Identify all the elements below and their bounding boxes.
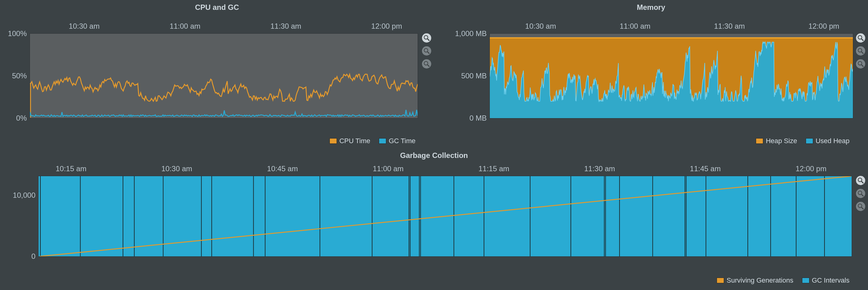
gc-legend-label-0: Surviving Generations — [726, 277, 793, 285]
cpu-chart-panel: CPU and GC — [0, 0, 434, 148]
legend-swatch-cyan — [802, 278, 809, 283]
memory-legend-heap-size: Heap Size — [756, 137, 797, 145]
svg-line-19 — [862, 207, 863, 209]
profiler-dashboard: CPU and GC — [0, 0, 868, 290]
gc-x-tick-7: 12:00 pm — [796, 165, 827, 173]
cpu-zoom-in-button[interactable] — [422, 46, 431, 56]
mem-legend-label-0: Heap Size — [766, 137, 797, 145]
memory-chart-panel: Memory — [434, 0, 868, 148]
gc-chart-title: Garbage Collection — [0, 148, 868, 161]
gc-x-tick-5: 11:30 am — [584, 165, 615, 173]
cpu-legend-label-0: CPU Time — [339, 137, 370, 145]
gc-zoom-fit-button[interactable] — [856, 176, 865, 185]
magnifier-minus-icon — [423, 60, 430, 67]
mem-x-tick-2: 11:30 am — [714, 22, 745, 31]
memory-legend: Heap Size Used Heap — [756, 137, 849, 145]
cpu-x-tick-1: 11:00 am — [169, 22, 200, 31]
mem-y-tick-1000: 1,000 MB — [455, 29, 487, 38]
svg-point-6 — [858, 35, 862, 39]
cpu-y-tick-50: 50% — [12, 71, 27, 80]
gc-legend: Surviving Generations GC Intervals — [717, 277, 849, 285]
svg-point-2 — [424, 49, 428, 52]
magnifier-plus-icon — [857, 48, 864, 54]
memory-zoom-controls — [855, 33, 866, 68]
magnifier-icon — [857, 177, 864, 184]
cpu-chart-title: CPU and GC — [0, 0, 434, 12]
mem-x-tick-0: 10:30 am — [525, 22, 556, 31]
cpu-legend-label-1: GC Time — [389, 137, 415, 145]
gc-zoom-controls — [855, 176, 866, 211]
svg-point-16 — [858, 191, 862, 195]
gc-x-tick-0: 10:15 am — [56, 165, 86, 173]
svg-point-8 — [858, 49, 862, 52]
memory-chart-title: Memory — [434, 0, 868, 12]
legend-swatch-orange — [330, 138, 337, 144]
cpu-legend-cpu-time: CPU Time — [330, 137, 370, 145]
svg-line-5 — [428, 65, 429, 67]
gc-x-tick-4: 11:15 am — [478, 165, 509, 173]
gc-chart-panel: Garbage Collection — [0, 148, 868, 290]
svg-line-3 — [428, 52, 429, 54]
cpu-plot-svg — [30, 34, 418, 118]
memory-legend-used-heap: Used Heap — [806, 137, 849, 145]
gc-x-tick-2: 10:45 am — [267, 165, 298, 173]
svg-line-7 — [862, 39, 863, 41]
magnifier-minus-icon — [857, 203, 864, 210]
svg-point-14 — [858, 178, 862, 182]
gc-zoom-in-button[interactable] — [856, 189, 865, 198]
magnifier-icon — [423, 34, 430, 41]
cpu-x-tick-3: 12:00 pm — [371, 22, 402, 31]
legend-swatch-cyan — [806, 138, 813, 144]
svg-point-4 — [424, 61, 428, 65]
memory-zoom-fit-button[interactable] — [856, 33, 865, 42]
magnifier-plus-icon — [857, 190, 864, 197]
svg-line-9 — [862, 52, 863, 54]
gc-y-tick-10000: 10,000 — [13, 191, 35, 200]
magnifier-minus-icon — [857, 60, 864, 67]
cpu-plot-area[interactable]: 0% 50% 100% 10:30 am 11:00 am 11:30 am 1… — [30, 33, 418, 118]
cpu-y-tick-0: 0% — [16, 114, 27, 122]
gc-x-tick-1: 10:30 am — [161, 165, 192, 173]
memory-zoom-out-button[interactable] — [856, 59, 865, 68]
cpu-zoom-controls — [421, 33, 432, 68]
cpu-zoom-out-button[interactable] — [422, 59, 431, 68]
cpu-legend: CPU Time GC Time — [330, 137, 415, 145]
cpu-x-tick-2: 11:30 am — [270, 22, 301, 31]
cpu-y-tick-100: 100% — [8, 29, 27, 38]
magnifier-icon — [857, 34, 864, 41]
gc-y-tick-0: 0 — [31, 252, 35, 261]
memory-plot-svg — [490, 34, 853, 118]
magnifier-plus-icon — [423, 48, 430, 54]
gc-x-tick-3: 11:00 am — [373, 165, 403, 173]
svg-line-17 — [862, 194, 863, 196]
legend-swatch-orange — [717, 278, 724, 283]
mem-y-tick-500: 500 MB — [461, 71, 487, 80]
svg-point-0 — [424, 35, 428, 39]
legend-swatch-cyan — [379, 138, 386, 144]
svg-line-15 — [862, 181, 863, 183]
gc-plot-svg — [38, 176, 852, 256]
gc-legend-label-1: GC Intervals — [812, 277, 849, 285]
mem-x-tick-3: 12:00 pm — [808, 22, 839, 31]
gc-zoom-out-button[interactable] — [856, 202, 865, 211]
cpu-zoom-fit-button[interactable] — [422, 33, 431, 42]
cpu-legend-gc-time: GC Time — [379, 137, 415, 145]
memory-plot-area[interactable]: 0 MB 500 MB 1,000 MB 10:30 am 11:00 am 1… — [490, 33, 853, 118]
memory-zoom-in-button[interactable] — [856, 46, 865, 56]
mem-y-tick-0: 0 MB — [469, 114, 487, 122]
svg-point-10 — [858, 61, 862, 65]
gc-legend-intervals: GC Intervals — [802, 277, 849, 285]
gc-plot-area[interactable]: 0 10,000 10:15 am 10:30 am 10:45 am 11:0… — [38, 176, 852, 257]
cpu-x-tick-0: 10:30 am — [69, 22, 99, 31]
svg-point-18 — [858, 204, 862, 208]
legend-swatch-orange — [756, 138, 763, 144]
svg-line-1 — [428, 39, 429, 41]
mem-legend-label-1: Used Heap — [815, 137, 849, 145]
gc-x-tick-6: 11:45 am — [690, 165, 721, 173]
mem-x-tick-1: 11:00 am — [620, 22, 650, 31]
gc-legend-surviving: Surviving Generations — [717, 277, 793, 285]
svg-line-11 — [862, 65, 863, 67]
